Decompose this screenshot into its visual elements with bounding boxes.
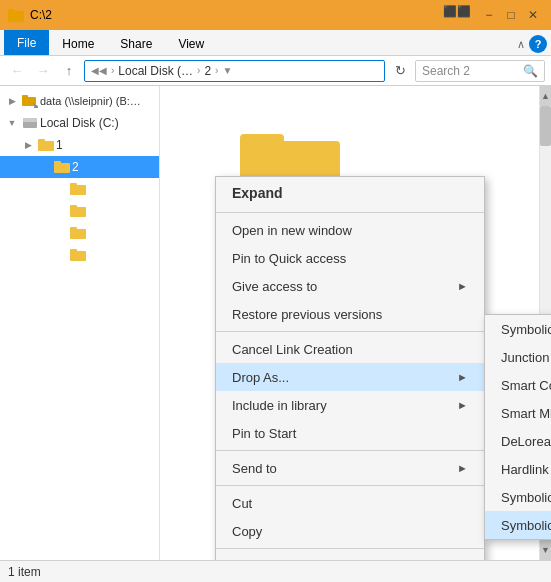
svg-rect-15 [70, 205, 77, 209]
svg-rect-11 [54, 161, 61, 165]
ctx-sep-4 [216, 485, 484, 486]
sidebar-item-subfolder-b[interactable] [0, 200, 159, 222]
svg-rect-9 [38, 139, 45, 143]
search-placeholder: Search 2 [422, 64, 470, 78]
local-disk-icon [22, 116, 38, 130]
include-library-arrow-icon: ► [457, 399, 468, 411]
path-back-arrows: ◀◀ [91, 65, 107, 76]
ctx-open-new-window[interactable]: Open in new window [216, 216, 484, 244]
window-title: C:\2 [30, 8, 52, 22]
svg-rect-1 [8, 9, 15, 13]
ctx-expand-label: Expand [232, 185, 283, 201]
close-button[interactable]: ✕ [523, 5, 543, 25]
address-path[interactable]: ◀◀ › Local Disk (… › 2 › ▼ [84, 60, 385, 82]
scroll-up-button[interactable]: ▲ [540, 86, 551, 106]
ctx-copy-label: Copy [232, 524, 262, 539]
subfolder-b-icon [70, 204, 86, 218]
ctx-give-access[interactable]: Give access to ► [216, 272, 484, 300]
sidebar-item-local-disk[interactable]: ▼ Local Disk (C:) [0, 112, 159, 134]
sidebar: ▶ data (\\sleipnir) (B:… ▼ Local Disk [0, 86, 160, 560]
submenu-smart-mirror[interactable]: Smart Mirror [485, 399, 551, 427]
sidebar-item-folder-2[interactable]: 2 [0, 156, 159, 178]
ctx-pin-to-start[interactable]: Pin to Start [216, 419, 484, 447]
path-2: 2 [204, 64, 211, 78]
path-sep2: › [197, 65, 200, 76]
svg-rect-19 [70, 249, 77, 253]
submenu-hardlink-clone[interactable]: Hardlink Clone [485, 455, 551, 483]
ctx-include-library[interactable]: Include in library ► [216, 391, 484, 419]
sidebar-item-folder-1[interactable]: ▶ 1 [0, 134, 159, 156]
tab-file[interactable]: File [4, 30, 49, 55]
expand-icon-2: ▼ [4, 118, 20, 128]
refresh-button[interactable]: ↻ [389, 60, 411, 82]
ctx-restore-previous[interactable]: Restore previous versions [216, 300, 484, 328]
send-to-arrow-icon: ► [457, 462, 468, 474]
scroll-down-button[interactable]: ▼ [540, 540, 551, 560]
ribbon-controls: ∧ ? [517, 35, 547, 55]
ctx-pin-quick-access-label: Pin to Quick access [232, 251, 346, 266]
main-area: ▶ data (\\sleipnir) (B:… ▼ Local Disk [0, 86, 551, 560]
folder-icon [8, 7, 24, 23]
submenu-smart-copy[interactable]: Smart Copy [485, 371, 551, 399]
submenu-delorean-copy-label: DeLorean Copy [501, 434, 551, 449]
search-icon: 🔍 [523, 64, 538, 78]
path-sep3: › [215, 65, 218, 76]
maximize-button[interactable]: □ [501, 5, 521, 25]
ctx-expand[interactable]: Expand [216, 177, 484, 209]
scroll-thumb[interactable] [540, 106, 551, 146]
ctx-cut[interactable]: Cut [216, 489, 484, 517]
status-bar: 1 item [0, 560, 551, 582]
submenu-delorean-copy[interactable]: DeLorean Copy [485, 427, 551, 455]
ctx-restore-previous-label: Restore previous versions [232, 307, 382, 322]
sidebar-item-subfolder-c[interactable] [0, 222, 159, 244]
submenu-smart-mirror-label: Smart Mirror [501, 406, 551, 421]
up-button[interactable]: ↑ [58, 60, 80, 82]
ctx-delete[interactable]: Delete [216, 552, 484, 560]
tab-share[interactable]: Share [107, 32, 165, 55]
subfolder-c-icon [70, 226, 86, 240]
address-bar: ← → ↑ ◀◀ › Local Disk (… › 2 › ▼ ↻ Searc… [0, 56, 551, 86]
ctx-send-to[interactable]: Send to ► [216, 454, 484, 482]
ctx-copy[interactable]: Copy [216, 517, 484, 545]
expand-icon: ▶ [4, 96, 20, 106]
svg-rect-3 [22, 95, 28, 99]
content-area: ▲ ▼ Expand Open in new window Pin to Qui… [160, 86, 551, 560]
ctx-delete-label: Delete [232, 559, 270, 561]
minimize-button[interactable]: − [479, 5, 499, 25]
ctx-pin-quick-access[interactable]: Pin to Quick access [216, 244, 484, 272]
sidebar-item-subfolder-a[interactable] [0, 178, 159, 200]
tab-view[interactable]: View [165, 32, 217, 55]
submenu-symbolic-link-copy-label: Symbolic Link Copy [501, 518, 551, 533]
ctx-include-library-label: Include in library [232, 398, 327, 413]
sidebar-item-network-drive[interactable]: ▶ data (\\sleipnir) (B:… [0, 90, 159, 112]
ctx-drop-as[interactable]: Drop As... ► [216, 363, 484, 391]
submenu-symbolic-link-clone[interactable]: Symbolic Link Clone [485, 483, 551, 511]
submenu-symbolic-link-clone-label: Symbolic Link Clone [501, 490, 551, 505]
sidebar-folder-2-label: 2 [72, 160, 79, 174]
path-sep1: › [111, 65, 114, 76]
ctx-sep-2 [216, 331, 484, 332]
submenu-symbolic-link-label: Symbolic Link [501, 322, 551, 337]
ctx-sep-3 [216, 450, 484, 451]
tab-home[interactable]: Home [49, 32, 107, 55]
sidebar-item-subfolder-d[interactable] [0, 244, 159, 266]
forward-button[interactable]: → [32, 60, 54, 82]
path-dropdown-arrow[interactable]: ▼ [222, 65, 232, 76]
sidebar-network-label: data (\\sleipnir) (B:… [40, 95, 141, 107]
submenu-symbolic-link-copy[interactable]: Symbolic Link Copy [485, 511, 551, 539]
ctx-sep-1 [216, 212, 484, 213]
ctx-open-new-window-label: Open in new window [232, 223, 352, 238]
search-box[interactable]: Search 2 🔍 [415, 60, 545, 82]
svg-rect-7 [23, 118, 37, 122]
ctx-drop-as-label: Drop As... [232, 370, 289, 385]
back-button[interactable]: ← [6, 60, 28, 82]
title-bar-buttons: ⬛⬛ − □ ✕ [443, 5, 543, 25]
svg-rect-17 [70, 227, 77, 231]
submenu-junction[interactable]: Junction [485, 343, 551, 371]
ribbon-chevron-icon[interactable]: ∧ [517, 38, 525, 51]
submenu-symbolic-link[interactable]: Symbolic Link [485, 315, 551, 343]
title-bar: C:\2 ⬛⬛ − □ ✕ [0, 0, 551, 30]
item-count: 1 item [8, 565, 41, 579]
ctx-cancel-link[interactable]: Cancel Link Creation [216, 335, 484, 363]
help-button[interactable]: ? [529, 35, 547, 53]
